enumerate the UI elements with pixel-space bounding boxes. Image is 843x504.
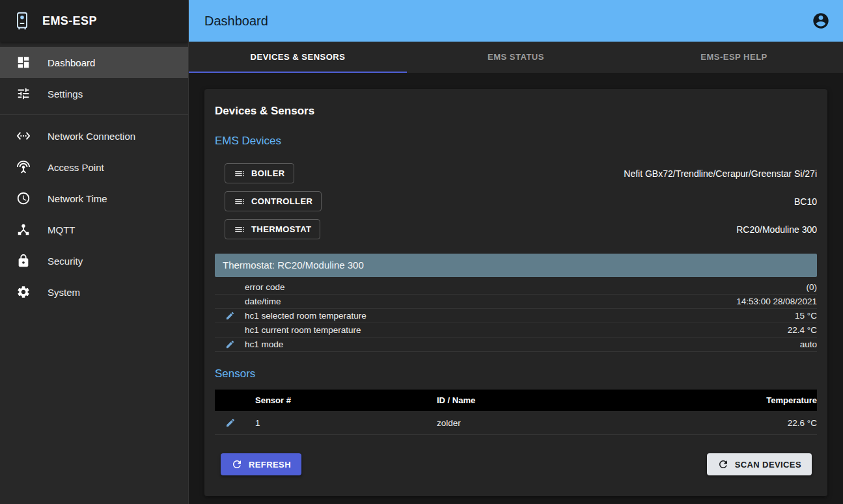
sidebar-item-settings[interactable]: Settings <box>0 78 188 109</box>
sidebar-item-label: Network Connection <box>48 131 135 142</box>
ems-devices-heading: EMS Devices <box>215 135 817 148</box>
device-detail-header: Thermostat: RC20/Moduline 300 <box>215 254 817 277</box>
column-temperature: Temperature <box>706 395 817 405</box>
sidebar-item-access-point[interactable]: Access Point <box>0 152 188 183</box>
refresh-button-label: REFRESH <box>249 460 291 470</box>
sensor-number: 1 <box>255 418 437 428</box>
sidebar-item-dashboard[interactable]: Dashboard <box>0 47 188 78</box>
detail-row: error code (0) <box>215 280 817 295</box>
detail-name: hc1 current room temperature <box>245 325 788 335</box>
detail-row: hc1 selected room temperature 15 °C <box>215 309 817 323</box>
sensor-temperature: 22.6 °C <box>706 418 817 428</box>
sensors-heading: Sensors <box>215 367 817 380</box>
detail-value: (0) <box>807 282 818 292</box>
sidebar-item-system[interactable]: System <box>0 276 188 308</box>
device-row-thermostat: THERMOSTAT RC20/Moduline 300 <box>215 219 817 239</box>
device-type-label: BOILER <box>251 168 285 178</box>
sidebar-item-network-time[interactable]: Network Time <box>0 183 188 214</box>
boiler-device-button[interactable]: BOILER <box>225 163 294 183</box>
sidebar-item-label: Settings <box>48 88 83 99</box>
detail-name: hc1 mode <box>245 339 800 349</box>
ems-esp-app: EMS-ESP Dashboard Settings Network <box>0 0 843 504</box>
sidebar-item-label: Access Point <box>48 162 104 173</box>
sidebar-item-label: Dashboard <box>48 57 95 68</box>
refresh-icon <box>717 458 729 470</box>
page-title: Dashboard <box>204 14 268 29</box>
devices-sensors-card: Devices & Sensors EMS Devices BOILER Nef… <box>204 89 827 496</box>
sidebar-header: EMS-ESP <box>0 0 188 42</box>
tab-label: EMS STATUS <box>488 52 544 62</box>
detail-row: hc1 mode auto <box>215 338 817 352</box>
topbar: Dashboard <box>189 0 843 42</box>
edit-pencil-icon[interactable] <box>215 418 255 428</box>
action-buttons-row: REFRESH SCAN DEVICES <box>215 453 817 475</box>
scan-devices-button[interactable]: SCAN DEVICES <box>707 453 812 475</box>
device-model: RC20/Moduline 300 <box>736 224 817 235</box>
refresh-button[interactable]: REFRESH <box>221 453 301 475</box>
account-circle-icon[interactable] <box>812 12 830 30</box>
sidebar-item-label: Security <box>48 256 83 267</box>
device-model: BC10 <box>794 196 817 207</box>
sidebar-divider <box>0 114 188 115</box>
tab-ems-status[interactable]: EMS STATUS <box>407 42 625 73</box>
detail-value: 15 °C <box>795 311 817 321</box>
antenna-icon <box>16 160 31 174</box>
tab-devices-sensors[interactable]: DEVICES & SENSORS <box>189 42 407 73</box>
device-detail-table: error code (0) date/time 14:53:00 28/08/… <box>215 280 817 352</box>
content-area: Devices & Sensors EMS Devices BOILER Nef… <box>189 73 843 504</box>
sensor-name: zolder <box>437 418 706 428</box>
device-model: Nefit GBx72/Trendline/Cerapur/Greenstar … <box>624 168 817 179</box>
detail-value: 22.4 °C <box>788 325 817 335</box>
app-title: EMS-ESP <box>42 14 97 28</box>
refresh-icon <box>231 458 243 470</box>
tab-label: DEVICES & SENSORS <box>251 52 346 62</box>
detail-value: auto <box>800 339 817 349</box>
boiler-logo-icon <box>10 9 34 33</box>
device-row-boiler: BOILER Nefit GBx72/Trendline/Cerapur/Gre… <box>215 163 817 183</box>
device-row-controller: CONTROLLER BC10 <box>215 191 817 211</box>
sidebar-item-label: MQTT <box>48 224 76 235</box>
column-id-name: ID / Name <box>437 395 706 405</box>
detail-row: hc1 current room temperature 22.4 °C <box>215 323 817 338</box>
tab-label: EMS-ESP HELP <box>700 52 767 62</box>
device-type-label: THERMOSTAT <box>251 224 311 234</box>
detail-value: 14:53:00 28/08/2021 <box>736 297 817 306</box>
sidebar-nav: Dashboard Settings Network Connection <box>0 42 188 308</box>
sensor-table: Sensor # ID / Name Temperature 1 zolder … <box>215 390 817 435</box>
clock-icon <box>16 191 31 206</box>
detail-name: date/time <box>245 297 736 306</box>
sidebar-item-mqtt[interactable]: MQTT <box>0 214 188 245</box>
tab-ems-esp-help[interactable]: EMS-ESP HELP <box>625 42 843 73</box>
sidebar-item-label: System <box>48 287 80 298</box>
sensor-row: 1 zolder 22.6 °C <box>215 411 817 435</box>
sidebar-item-security[interactable]: Security <box>0 245 188 276</box>
sidebar-item-network-connection[interactable]: Network Connection <box>0 120 188 152</box>
device-type-label: CONTROLLER <box>251 196 312 206</box>
thermostat-device-button[interactable]: THERMOSTAT <box>225 219 320 239</box>
scan-devices-button-label: SCAN DEVICES <box>735 460 801 470</box>
list-icon <box>234 196 245 207</box>
detail-name: error code <box>245 282 807 292</box>
ethernet-icon <box>16 129 31 143</box>
card-title: Devices & Sensors <box>215 105 817 118</box>
detail-row: date/time 14:53:00 28/08/2021 <box>215 295 817 309</box>
column-sensor-number: Sensor # <box>255 395 437 405</box>
sidebar-item-label: Network Time <box>48 193 107 204</box>
edit-pencil-icon[interactable] <box>215 339 245 349</box>
lock-icon <box>16 254 31 268</box>
tune-icon <box>16 86 31 101</box>
device-hub-icon <box>16 222 31 237</box>
detail-name: hc1 selected room temperature <box>245 311 795 321</box>
edit-pencil-icon[interactable] <box>215 311 245 321</box>
dashboard-icon <box>16 55 31 70</box>
controller-device-button[interactable]: CONTROLLER <box>225 191 322 211</box>
list-icon <box>234 224 245 235</box>
sensor-table-header: Sensor # ID / Name Temperature <box>215 390 817 411</box>
main-column: Dashboard DEVICES & SENSORS EMS STATUS E… <box>189 0 843 504</box>
list-icon <box>234 168 245 179</box>
sidebar: EMS-ESP Dashboard Settings Network <box>0 0 189 504</box>
gear-icon <box>16 285 31 299</box>
tab-bar: DEVICES & SENSORS EMS STATUS EMS-ESP HEL… <box>189 42 843 73</box>
